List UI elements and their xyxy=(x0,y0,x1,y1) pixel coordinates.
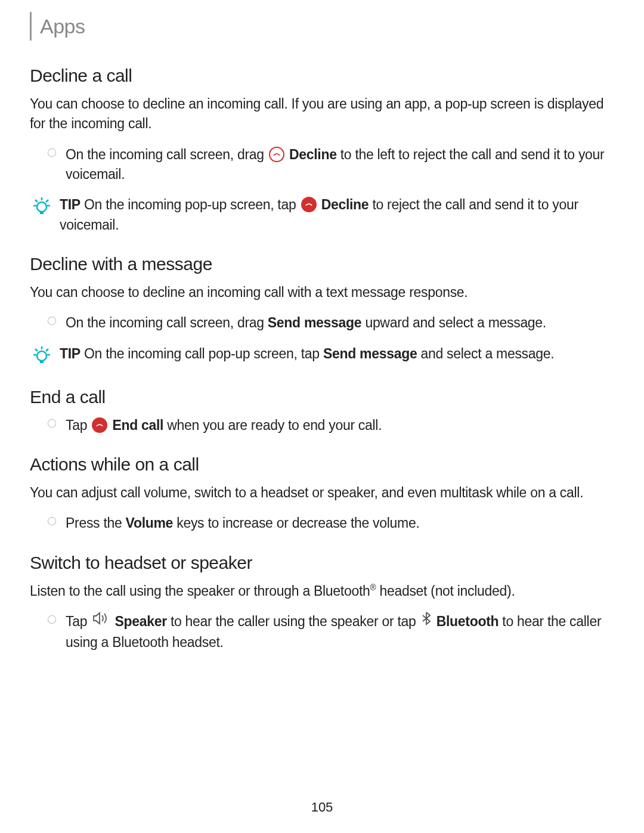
send-message-label: Send message xyxy=(268,315,361,330)
page-number: 105 xyxy=(0,800,644,815)
svg-rect-8 xyxy=(40,360,44,363)
send-message-label: Send message xyxy=(323,346,417,361)
text-fragment: On the incoming call screen, drag xyxy=(66,315,268,330)
speaker-icon xyxy=(92,611,110,631)
bullet-marker-icon xyxy=(48,145,66,185)
heading-end-call: End a call xyxy=(30,387,614,407)
svg-line-13 xyxy=(46,349,48,351)
text-fragment: Tap xyxy=(66,614,91,629)
text-fragment: Press the xyxy=(66,515,126,531)
text-fragment: On the incoming call pop-up screen, tap xyxy=(80,346,323,361)
decline-solid-icon xyxy=(301,197,317,212)
decline-outline-icon xyxy=(269,147,284,162)
svg-line-12 xyxy=(35,349,38,351)
bullet-end-call: Tap End call when you are ready to end y… xyxy=(48,416,614,435)
bullet-speaker-bluetooth: Tap Speaker to hear the caller using the… xyxy=(48,612,614,652)
volume-label: Volume xyxy=(126,515,174,531)
speaker-label: Speaker xyxy=(114,614,166,629)
svg-rect-1 xyxy=(40,211,44,214)
svg-point-7 xyxy=(37,351,47,361)
bullet-volume-text: Press the Volume keys to increase or dec… xyxy=(66,513,420,533)
decline-label: Decline xyxy=(321,197,369,212)
end-call-label: End call xyxy=(112,417,163,433)
end-call-icon xyxy=(92,417,107,433)
bullet-decline-text: On the incoming call screen, drag Declin… xyxy=(66,145,614,185)
bluetooth-icon xyxy=(421,611,432,631)
bullet-send-message-text: On the incoming call screen, drag Send m… xyxy=(66,313,546,333)
svg-point-0 xyxy=(37,202,47,212)
intro-actions: You can adjust call volume, switch to a … xyxy=(30,483,614,503)
bullet-marker-icon xyxy=(48,416,66,435)
tip-bulb-icon xyxy=(30,195,60,235)
text-fragment: Tap xyxy=(66,417,91,433)
tip-send-message-text: TIP On the incoming call pop-up screen, … xyxy=(60,344,554,368)
bluetooth-label: Bluetooth xyxy=(436,614,499,629)
text-fragment: to hear the caller using the speaker or … xyxy=(167,614,420,629)
heading-decline-call: Decline a call xyxy=(30,66,614,86)
intro-switch: Listen to the call using the speaker or … xyxy=(30,581,614,601)
text-fragment: On the incoming pop-up screen, tap xyxy=(80,197,300,212)
registered-mark: ® xyxy=(370,583,376,592)
bullet-marker-icon xyxy=(48,313,66,333)
section-end-call: End a call Tap End call when you are rea… xyxy=(30,387,614,435)
page-header-title: Apps xyxy=(40,15,85,38)
bullet-decline-drag: On the incoming call screen, drag Declin… xyxy=(48,145,614,185)
tip-label: TIP xyxy=(60,197,80,212)
bullet-send-message: On the incoming call screen, drag Send m… xyxy=(48,313,614,333)
text-fragment: upward and select a message. xyxy=(361,315,546,330)
heading-actions: Actions while on a call xyxy=(30,454,614,475)
section-actions-on-call: Actions while on a call You can adjust c… xyxy=(30,454,614,534)
text-fragment: headset (not included). xyxy=(376,583,515,599)
intro-decline-message: You can choose to decline an incoming ca… xyxy=(30,283,614,302)
heading-decline-message: Decline with a message xyxy=(30,254,614,274)
section-decline-call: Decline a call You can choose to decline… xyxy=(30,66,614,235)
bullet-marker-icon xyxy=(48,612,66,652)
text-fragment: On the incoming call screen, drag xyxy=(66,147,268,162)
tip-decline: TIP On the incoming pop-up screen, tap D… xyxy=(30,195,614,235)
bullet-marker-icon xyxy=(48,513,66,533)
tip-label: TIP xyxy=(60,346,80,361)
section-switch-headset: Switch to headset or speaker Listen to t… xyxy=(30,553,614,652)
bullet-volume: Press the Volume keys to increase or dec… xyxy=(48,513,614,533)
section-decline-message: Decline with a message You can choose to… xyxy=(30,254,614,368)
bullet-speaker-text: Tap Speaker to hear the caller using the… xyxy=(66,612,614,652)
svg-line-6 xyxy=(46,200,48,202)
intro-decline-call: You can choose to decline an incoming ca… xyxy=(30,94,614,134)
text-fragment: Listen to the call using the speaker or … xyxy=(30,583,370,599)
text-fragment: when you are ready to end your call. xyxy=(163,417,382,433)
bullet-end-call-text: Tap End call when you are ready to end y… xyxy=(66,416,382,435)
tip-decline-text: TIP On the incoming pop-up screen, tap D… xyxy=(60,195,614,235)
page-header: Apps xyxy=(30,12,614,41)
heading-switch: Switch to headset or speaker xyxy=(30,553,614,573)
svg-line-5 xyxy=(35,200,38,202)
decline-label: Decline xyxy=(289,147,337,162)
text-fragment: and select a message. xyxy=(417,346,554,361)
tip-bulb-icon xyxy=(30,344,60,368)
tip-send-message: TIP On the incoming call pop-up screen, … xyxy=(30,344,614,368)
text-fragment: keys to increase or decrease the volume. xyxy=(173,515,419,531)
